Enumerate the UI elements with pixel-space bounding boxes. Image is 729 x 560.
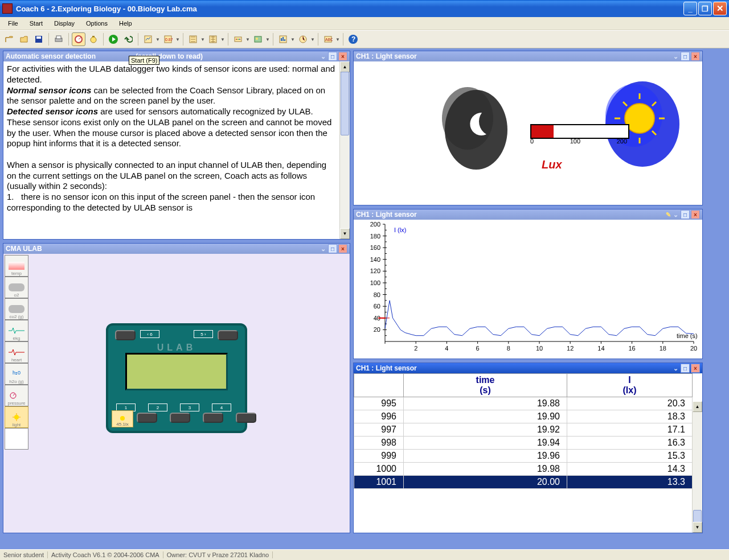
panel-dropdown-icon[interactable]: ⌄: [673, 53, 679, 60]
tool3-dropdown[interactable]: ▼: [200, 37, 205, 42]
tool4-icon[interactable]: [206, 32, 220, 46]
app-icon: [2, 3, 13, 14]
print-icon[interactable]: [52, 32, 65, 46]
tool8-dropdown[interactable]: ▼: [310, 37, 315, 42]
sensor-empty[interactable]: [5, 428, 28, 450]
table-row[interactable]: 100120.0013.3: [354, 476, 693, 489]
table-row[interactable]: 99819.9416.3: [354, 437, 693, 450]
tool3-icon[interactable]: [186, 32, 200, 46]
text-scrollbar[interactable]: ▲ ▼: [339, 61, 350, 239]
help-icon[interactable]: ?: [346, 32, 360, 46]
ulab-btn-4[interactable]: [236, 413, 256, 423]
tool9-dropdown[interactable]: ▼: [335, 37, 340, 42]
statusbar: Senior student Activity Coach V6.1 © 200…: [0, 549, 729, 560]
tool7-icon[interactable]: [276, 32, 290, 46]
ulab-btn-2[interactable]: [170, 413, 190, 423]
scroll-up-icon[interactable]: ▲: [340, 61, 350, 72]
panel-light-header[interactable]: CH1 : Light sensor ⌄ □ ×: [354, 51, 702, 61]
panel-close-icon[interactable]: ×: [691, 52, 700, 61]
close-button[interactable]: ✕: [713, 2, 727, 15]
svg-point-15: [237, 39, 239, 40]
panel-dropdown-icon[interactable]: ⌄: [321, 53, 327, 60]
panel-text-header[interactable]: Automatic sensor detection (scroll down …: [3, 51, 350, 61]
col-idx[interactable]: [354, 374, 404, 397]
col-time[interactable]: time(s): [404, 374, 567, 397]
table-row[interactable]: 100019.9814.3: [354, 463, 693, 476]
panel-max-icon[interactable]: □: [328, 52, 337, 61]
scroll-thumb[interactable]: [693, 510, 702, 522]
ulab-port-5: 5 ›: [194, 330, 213, 338]
table-row[interactable]: 99619.9018.3: [354, 410, 693, 423]
search-icon[interactable]: ✎: [666, 211, 672, 219]
panel-max-icon[interactable]: □: [681, 210, 690, 219]
panel-toggle-icon[interactable]: [72, 32, 85, 46]
sensor-h2o[interactable]: h₂0h2o (g): [5, 363, 28, 385]
tool9-icon[interactable]: ABC: [321, 32, 335, 46]
menu-help[interactable]: Help: [113, 19, 138, 28]
sensor-co2[interactable]: co2 (g): [5, 298, 28, 320]
table-row[interactable]: 99719.9217.1: [354, 423, 693, 437]
panel-chart-header[interactable]: CH1 : Light sensor ✎ ⌄ □ ×: [354, 209, 702, 220]
ulab-btn-top-left[interactable]: [115, 330, 136, 340]
sensor-o2[interactable]: o2: [5, 277, 28, 298]
panel-max-icon[interactable]: □: [681, 364, 690, 373]
tool2-icon[interactable]: 0.87: [161, 32, 175, 46]
panel-ulab-header[interactable]: CMA ULAB ⌄ □ ×: [3, 244, 350, 254]
panel-close-icon[interactable]: ×: [338, 244, 347, 253]
open2-icon[interactable]: [17, 32, 31, 46]
save-icon[interactable]: [32, 32, 46, 46]
ulab-port-2: 2: [148, 403, 167, 411]
panel-close-icon[interactable]: ×: [691, 210, 700, 219]
ulab-btn-top-right[interactable]: [218, 330, 238, 340]
panel-dropdown-icon[interactable]: ⌄: [673, 365, 679, 372]
ulab-btn-3[interactable]: [203, 413, 223, 423]
timer-icon[interactable]: [87, 32, 100, 46]
sensor-ekg[interactable]: ekg: [5, 320, 28, 341]
minimize-button[interactable]: _: [683, 2, 697, 15]
start-button[interactable]: [107, 32, 120, 46]
tool5-icon[interactable]: [231, 32, 245, 46]
panel-light-meter: CH1 : Light sensor ⌄ □ × 0 100: [353, 51, 703, 205]
menu-options[interactable]: Options: [80, 19, 113, 28]
tool8-icon[interactable]: [296, 32, 310, 46]
tool5-dropdown[interactable]: ▼: [245, 37, 250, 42]
panel-dropdown-icon[interactable]: ⌄: [673, 211, 679, 219]
sensor-light[interactable]: light: [5, 406, 28, 428]
panel-close-icon[interactable]: ×: [691, 364, 700, 373]
chart-area[interactable]: 2040608010012014016018020024681012141618…: [354, 220, 702, 369]
panel-table-header[interactable]: CH1 : Light sensor ⌄ □ ×: [354, 363, 702, 373]
tool1-icon[interactable]: [141, 32, 155, 46]
panel-close-icon[interactable]: ×: [338, 52, 347, 61]
svg-text:16: 16: [628, 345, 635, 352]
ulab-attached-sensor[interactable]: 45.1lx: [112, 410, 133, 427]
reset-icon[interactable]: [121, 32, 135, 46]
scroll-down-icon[interactable]: ▼: [340, 228, 350, 239]
tool7-dropdown[interactable]: ▼: [290, 37, 295, 42]
tool4-dropdown[interactable]: ▼: [220, 37, 225, 42]
tool6-icon[interactable]: [251, 32, 265, 46]
sensor-pressure[interactable]: pressure: [5, 385, 28, 406]
table-row[interactable]: 99919.9615.3: [354, 450, 693, 463]
sensor-heart[interactable]: heart: [5, 341, 28, 363]
tool1-dropdown[interactable]: ▼: [155, 37, 160, 42]
data-table[interactable]: time(s) I(lx) 99519.8820.399619.9018.399…: [354, 373, 693, 489]
table-scrollbar[interactable]: ▲ ▼: [692, 401, 702, 533]
ulab-btn-1[interactable]: [137, 413, 157, 423]
panel-dropdown-icon[interactable]: ⌄: [321, 245, 327, 253]
ulab-device: ‹ 6 5 › ULAB 1 2 3 4 45.1lx: [106, 323, 247, 433]
scroll-up-icon[interactable]: ▲: [693, 401, 702, 412]
col-val[interactable]: I(lx): [567, 374, 693, 397]
maximize-button[interactable]: ❐: [698, 2, 712, 15]
menu-file[interactable]: File: [2, 19, 24, 28]
tool2-dropdown[interactable]: ▼: [175, 37, 180, 42]
scroll-thumb[interactable]: [341, 72, 349, 135]
open-icon[interactable]: [2, 32, 16, 46]
tool6-dropdown[interactable]: ▼: [265, 37, 270, 42]
panel-max-icon[interactable]: □: [328, 244, 337, 253]
panel-max-icon[interactable]: □: [681, 52, 690, 61]
sensor-temp[interactable]: temp: [5, 255, 28, 277]
menu-start[interactable]: Start: [24, 19, 48, 28]
menu-display[interactable]: Display: [48, 19, 80, 28]
table-row[interactable]: 99519.8820.3: [354, 397, 693, 410]
scroll-down-icon[interactable]: ▼: [693, 522, 702, 533]
